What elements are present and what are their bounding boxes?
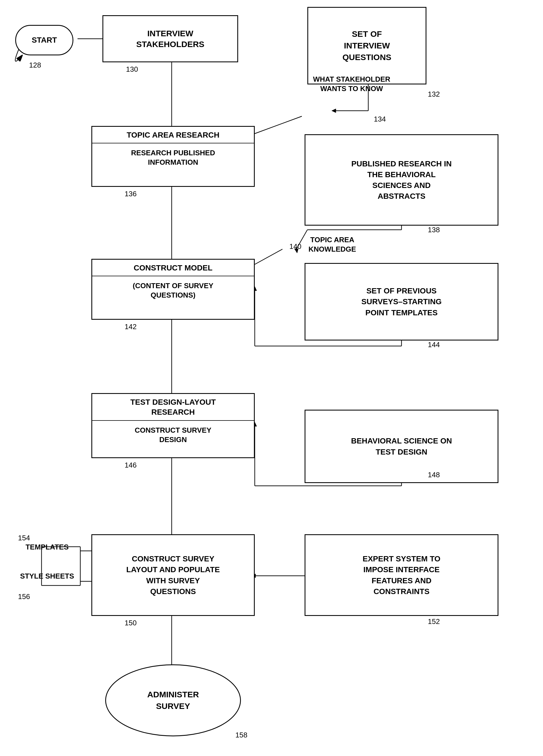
administer-survey-node: ADMINISTERSURVEY bbox=[105, 664, 241, 736]
num-138: 138 bbox=[428, 226, 440, 234]
style-sheets-label: STYLE SHEETS bbox=[17, 572, 78, 581]
num-142: 142 bbox=[125, 322, 137, 331]
set-questions-label: SET OFINTERVIEWQUESTIONS bbox=[343, 28, 392, 63]
construct-survey-label: CONSTRUCT SURVEYLAYOUT AND POPULATEWITH … bbox=[126, 553, 220, 597]
test-design-top: TEST DESIGN-LAYOUTRESEARCH bbox=[92, 394, 254, 421]
construct-model-top: CONSTRUCT MODEL bbox=[92, 260, 254, 276]
num-136: 136 bbox=[125, 190, 137, 198]
num-154: 154 bbox=[18, 534, 30, 542]
num-148: 148 bbox=[428, 471, 440, 479]
arrows-layer bbox=[0, 0, 543, 756]
set-of-interview-questions-node: SET OFINTERVIEWQUESTIONS bbox=[307, 7, 426, 84]
interview-label-top: INTERVIEW bbox=[147, 28, 193, 39]
num-146: 146 bbox=[125, 461, 137, 469]
start-node: START bbox=[15, 25, 73, 55]
behavioral-science-label: BEHAVIORAL SCIENCE ONTEST DESIGN bbox=[351, 435, 452, 457]
topic-area-bottom: RESEARCH PUBLISHEDINFORMATION bbox=[128, 146, 218, 170]
interview-stakeholders-node: INTERVIEW STAKEHOLDERS bbox=[102, 15, 238, 62]
num-128: 128 bbox=[29, 61, 41, 69]
administer-label: ADMINISTERSURVEY bbox=[147, 689, 199, 712]
what-stakeholder-label: WHAT STAKEHOLDER WANTS TO KNOW bbox=[282, 75, 421, 94]
expert-system-label: EXPERT SYSTEM TOIMPOSE INTERFACEFEATURES… bbox=[362, 553, 440, 597]
svg-line-7 bbox=[249, 116, 302, 136]
test-design-bottom: CONSTRUCT SURVEYDESIGN bbox=[132, 423, 214, 447]
previous-surveys-label: SET OF PREVIOUSSURVEYS–STARTINGPOINT TEM… bbox=[361, 285, 442, 318]
num-140: 140 bbox=[289, 242, 301, 251]
topic-area-research-node: TOPIC AREA RESEARCH RESEARCH PUBLISHEDIN… bbox=[91, 126, 255, 187]
num-150: 150 bbox=[125, 619, 137, 627]
num-144: 144 bbox=[428, 340, 440, 349]
construct-survey-node: CONSTRUCT SURVEYLAYOUT AND POPULATEWITH … bbox=[91, 534, 255, 616]
templates-label: TEMPLATES bbox=[17, 543, 78, 552]
construct-model-node: CONSTRUCT MODEL (CONTENT OF SURVEYQUESTI… bbox=[91, 259, 255, 320]
diagram: START INTERVIEW STAKEHOLDERS SET OFINTER… bbox=[0, 0, 543, 756]
num-158: 158 bbox=[235, 731, 247, 739]
num-156: 156 bbox=[18, 592, 30, 601]
start-label: START bbox=[32, 35, 57, 45]
num-152: 152 bbox=[428, 617, 440, 626]
previous-surveys-node: SET OF PREVIOUSSURVEYS–STARTINGPOINT TEM… bbox=[305, 263, 498, 340]
behavioral-science-node: BEHAVIORAL SCIENCE ONTEST DESIGN bbox=[305, 410, 498, 483]
test-design-node: TEST DESIGN-LAYOUTRESEARCH CONSTRUCT SUR… bbox=[91, 393, 255, 458]
expert-system-node: EXPERT SYSTEM TOIMPOSE INTERFACEFEATURES… bbox=[305, 534, 498, 616]
topic-area-top: TOPIC AREA RESEARCH bbox=[92, 127, 254, 143]
published-research-label: PUBLISHED RESEARCH INTHE BEHAVIORALSCIEN… bbox=[351, 158, 452, 202]
interview-label-bottom: STAKEHOLDERS bbox=[136, 39, 204, 50]
num-132: 132 bbox=[428, 90, 440, 99]
num-130: 130 bbox=[126, 65, 138, 74]
published-research-node: PUBLISHED RESEARCH INTHE BEHAVIORALSCIEN… bbox=[305, 134, 498, 226]
svg-marker-4 bbox=[332, 109, 336, 113]
construct-model-bottom: (CONTENT OF SURVEYQUESTIONS) bbox=[130, 278, 216, 303]
num-134: 134 bbox=[374, 115, 386, 123]
